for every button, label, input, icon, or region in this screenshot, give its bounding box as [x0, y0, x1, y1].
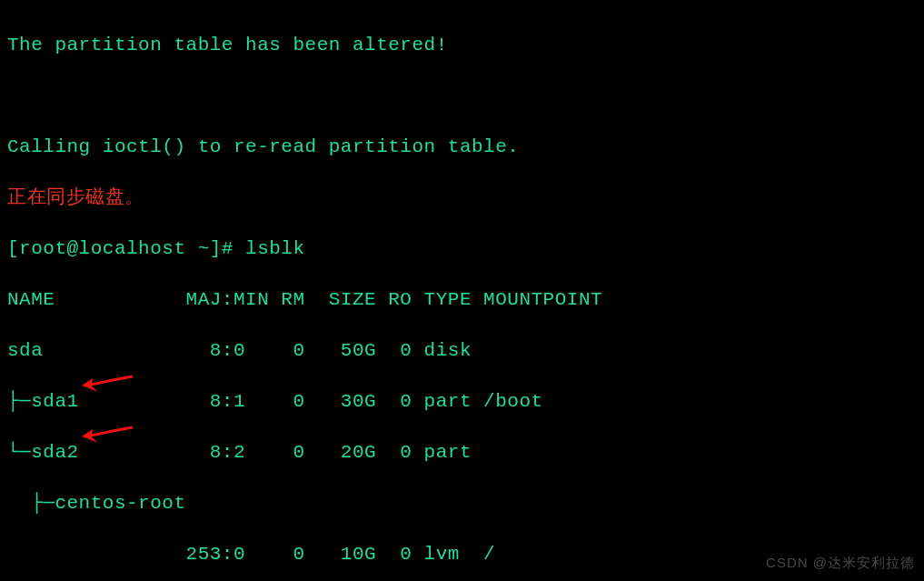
shell-prompt-lsblk: [root@localhost ~]# lsblk	[7, 238, 305, 259]
terminal-output[interactable]: The partition table has been altered! Ca…	[0, 0, 924, 581]
lsblk-row-sda2: └─sda2 8:2 0 20G 0 part	[7, 442, 483, 463]
sync-disk-message: 正在同步磁盘。	[7, 187, 144, 208]
lsblk-row-sda1: ├─sda1 8:1 0 30G 0 part /boot	[7, 391, 543, 412]
lsblk-row-centos-root-label: ├─centos-root	[7, 493, 186, 514]
lsblk-row-sda: sda 8:0 0 50G 0 disk	[7, 340, 483, 361]
ioctl-message: Calling ioctl() to re-read partition tab…	[7, 136, 519, 157]
lsblk-header: NAME MAJ:MIN RM SIZE RO TYPE MOUNTPOINT	[7, 289, 602, 310]
watermark-text: CSDN @达米安利拉德	[766, 550, 915, 576]
lsblk-row-centos-root: 253:0 0 10G 0 lvm /	[7, 544, 495, 565]
fdisk-message: The partition table has been altered!	[7, 35, 448, 55]
